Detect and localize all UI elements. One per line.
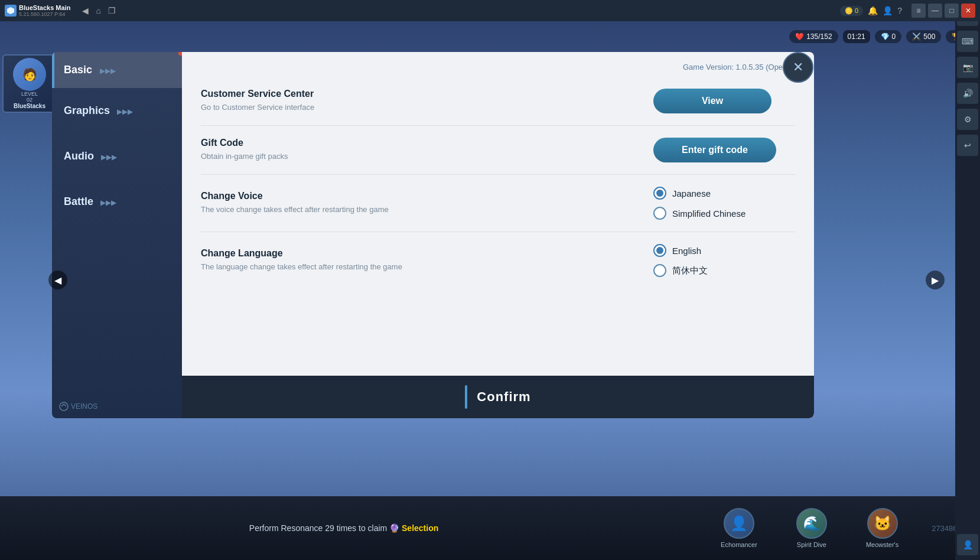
language-option-simplified-chinese[interactable]: 简休中文 [653,264,708,277]
coin-icon: 🪙 [845,7,853,15]
radio-english[interactable] [653,244,666,257]
notification-bell-icon[interactable]: 🔔 [868,6,878,15]
sidebar-footer: VEINOS [52,395,182,418]
resource2-icon: ⚔️ [912,32,921,41]
meowster-icon: 🐱 [867,508,898,539]
settings-row-customer-service: Customer Service Center Go to Customer S… [201,77,795,126]
user-account-icon[interactable]: 👤 [883,6,893,15]
sidebar-item-wrapper-basic: Basic ▶▶▶ [52,52,182,88]
customer-service-info: Customer Service Center Go to Customer S… [201,89,639,113]
view-button[interactable]: View [653,89,771,113]
change-voice-info: Change Voice The voice change takes effe… [201,191,639,216]
char-meowster[interactable]: 🐱 Meowster's [847,506,917,551]
spirit-dive-icon: 🌊 [796,508,827,539]
duplicate-button[interactable]: ❐ [106,5,118,17]
bluestacks-right-sidebar: ☰ ⌨ 📷 🔊 ⚙ ↩ 👤 [955,0,980,560]
sidebar-item-graphics[interactable]: Graphics ▶▶▶ [52,88,182,134]
perform-label: Perform Resonance 29 times to claim [249,523,387,533]
customer-service-action: View [653,89,795,113]
hud-hp: ❤️ 135/152 [789,30,838,43]
topbar-subtitle: 5.21.560.1027 P:64 [19,11,70,17]
topbar-nav: ◀ ⌂ ❐ [80,5,118,17]
coin-amount: 0 [855,7,858,14]
restore-button[interactable]: □ [945,4,959,18]
radio-simplified-chinese[interactable] [653,207,666,220]
confirm-bar[interactable]: Confirm [182,376,814,418]
voice-option-simplified-chinese[interactable]: Simplified Chinese [653,207,745,220]
radio-simplified-chinese-lang[interactable] [653,264,666,277]
bluestacks-icon [5,5,17,17]
sidebar-arrow-audio: ▶▶▶ [101,153,117,161]
home-button[interactable]: ⌂ [93,5,103,17]
back-button[interactable]: ◀ [80,5,91,17]
sidebar-item-battle[interactable]: Battle ▶▶▶ [52,179,182,224]
close-button[interactable]: ✕ [961,4,975,18]
veinos-logo: VEINOS [59,402,97,411]
change-language-options: English 简休中文 [653,244,795,277]
bs-btn-6[interactable]: ↩ [957,135,978,156]
avatar-panel: 🧑 LEVEL 02 BlueStacks [0,52,59,115]
coin-display: 🪙 0 [840,6,863,16]
hp-value: 135/152 [806,32,832,41]
close-x-icon: ✕ [793,60,803,75]
window-controls: ≡ — □ ✕ [911,4,975,18]
char-echomancer[interactable]: 👤 Echomancer [702,506,776,551]
bs-btn-4[interactable]: 🔊 [957,83,978,104]
language-option-english[interactable]: English [653,244,701,257]
language-label-simplified-chinese: 简休中文 [672,265,708,276]
help-icon[interactable]: ? [897,6,902,15]
change-voice-title: Change Voice [201,191,639,201]
voice-option-japanese[interactable]: Japanese [653,187,711,200]
avatar-box: 🧑 LEVEL 02 BlueStacks [2,54,57,113]
settings-main: Game Version: 1.0.5.35 (OpenGL) Customer… [182,52,814,418]
confirm-label: Confirm [477,389,530,405]
radio-japanese[interactable] [653,187,666,200]
gift-code-desc: Obtain in-game gift packs [201,151,639,162]
settings-row-change-voice: Change Voice The voice change takes effe… [201,175,795,232]
resource1-value: 0 [892,32,896,41]
bottom-bar: Perform Resonance 29 times to claim 🔮 Se… [0,496,980,560]
change-language-info: Change Language The language change take… [201,248,639,273]
bs-btn-2[interactable]: ⌨ [957,31,978,52]
bs-btn-5[interactable]: ⚙ [957,109,978,130]
resource2-value: 500 [923,32,935,41]
spirit-dive-name: Spirit Dive [797,541,826,548]
bottom-center: Perform Resonance 29 times to claim 🔮 Se… [0,523,688,533]
enter-gift-code-button[interactable]: Enter gift code [653,138,776,162]
bs-btn-3[interactable]: 📷 [957,57,978,78]
perform-icon: 🔮 [389,523,402,533]
character-icons: 👤 Echomancer 🌊 Spirit Dive 🐱 Meowster's [702,506,917,551]
change-voice-options: Japanese Simplified Chinese [653,187,795,220]
bs-btn-7[interactable]: 👤 [957,534,978,555]
nav-arrow-right-button[interactable]: ▶ [926,271,945,289]
settings-close-button[interactable]: ✕ [783,52,813,83]
topbar-app-info: BlueStacks Main 5.21.560.1027 P:64 [19,4,70,17]
arrow-left-icon: ◀ [54,275,61,286]
topbar-logo: BlueStacks Main 5.21.560.1027 P:64 [5,4,70,17]
maximize-button[interactable]: — [928,4,942,18]
voice-label-simplified-chinese: Simplified Chinese [672,209,745,219]
sidebar-item-audio[interactable]: Audio ▶▶▶ [52,134,182,179]
hud-time: 01:21 [843,30,870,43]
sidebar-arrow-battle: ▶▶▶ [100,198,116,207]
nav-arrow-left-button[interactable]: ◀ [48,271,67,289]
settings-content[interactable]: Customer Service Center Go to Customer S… [182,77,814,376]
topbar-right: 🪙 0 🔔 👤 ? ≡ — □ ✕ [840,4,975,18]
arrow-right-icon: ▶ [932,275,939,286]
char-spirit-dive[interactable]: 🌊 Spirit Dive [777,506,846,551]
hud-resource2: ⚔️ 500 [906,30,941,43]
gift-code-info: Gift Code Obtain in-game gift packs [201,138,639,162]
minimize-button[interactable]: ≡ [911,4,926,18]
settings-row-change-language: Change Language The language change take… [201,232,795,289]
change-voice-desc: The voice change takes effect after rest… [201,204,639,216]
settings-header: Game Version: 1.0.5.35 (OpenGL) [182,52,814,77]
sidebar-label-audio: Audio [64,150,94,162]
avatar-level-num: 02 [27,97,32,103]
sidebar-label-battle: Battle [64,196,93,207]
svg-marker-0 [7,7,14,14]
sidebar-arrow-graphics: ▶▶▶ [117,108,133,116]
sidebar-item-basic[interactable]: Basic ▶▶▶ [52,52,182,88]
topbar: BlueStacks Main 5.21.560.1027 P:64 ◀ ⌂ ❐… [0,0,980,21]
game-hud: ❤️ 135/152 01:21 💎 0 ⚔️ 500 🏆 0 [0,21,980,52]
settings-sidebar: Basic ▶▶▶ Graphics ▶▶▶ Audio ▶▶▶ Battle … [52,52,182,418]
